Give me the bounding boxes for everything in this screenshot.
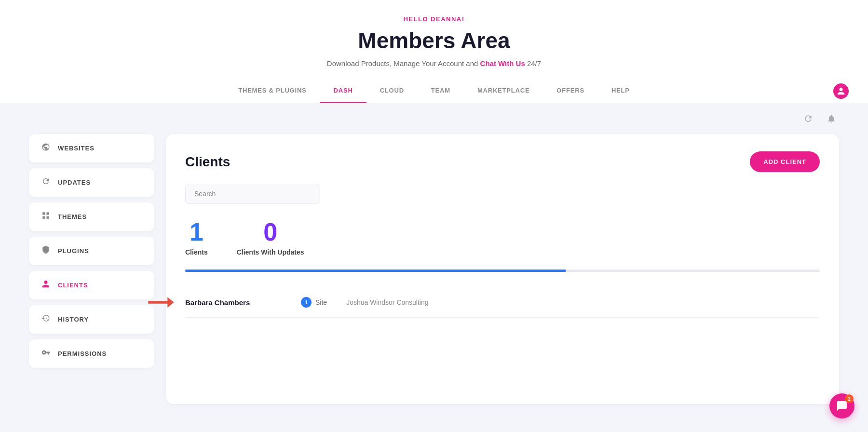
site-badge: 1 Site: [301, 297, 327, 308]
notifications-button[interactable]: [824, 111, 839, 126]
globe-icon: [41, 143, 51, 154]
sidebar-item-history-label: HISTORY: [58, 316, 89, 323]
nav-item-help[interactable]: HELP: [598, 79, 643, 103]
refresh-circle-icon: [41, 177, 51, 188]
history-icon: [41, 314, 51, 325]
nav-item-marketplace[interactable]: MARKETPLACE: [464, 79, 543, 103]
stats-row: 1 Clients 0 Clients With Updates: [185, 219, 820, 256]
site-label: Site: [315, 298, 327, 306]
nav-item-team[interactable]: TEAM: [418, 79, 464, 103]
action-bar: [0, 103, 868, 134]
sidebar: WEBSITES UPDATES THEMES PLUGINS CLIENTS: [29, 134, 154, 404]
chat-badge: 2: [845, 394, 854, 403]
sidebar-item-history[interactable]: HISTORY: [29, 305, 154, 334]
shield-icon: [41, 245, 51, 256]
main-layout: WEBSITES UPDATES THEMES PLUGINS CLIENTS: [0, 134, 868, 423]
person-sidebar-icon: [41, 280, 51, 291]
nav-item-offers[interactable]: OFFERS: [543, 79, 598, 103]
sidebar-item-plugins[interactable]: PLUGINS: [29, 237, 154, 265]
search-container: [185, 184, 820, 204]
subtitle-text-after: 24/7: [527, 59, 541, 68]
key-icon: [41, 348, 51, 359]
sidebar-item-updates-label: UPDATES: [58, 179, 91, 186]
clients-count: 1: [185, 219, 208, 244]
sidebar-item-updates[interactable]: UPDATES: [29, 168, 154, 197]
sidebar-item-plugins-label: PLUGINS: [58, 247, 89, 255]
subtitle-text-before: Download Products, Manage Your Account a…: [327, 59, 480, 68]
subtitle: Download Products, Manage Your Account a…: [0, 59, 868, 68]
sidebar-item-websites[interactable]: WEBSITES: [29, 134, 154, 162]
chat-with-us-link[interactable]: Chat With Us: [480, 59, 525, 68]
clients-stat: 1 Clients: [185, 219, 208, 256]
sidebar-item-clients-label: CLIENTS: [58, 282, 88, 289]
nav-item-dash[interactable]: DASH: [320, 79, 366, 103]
sidebar-item-themes[interactable]: THEMES: [29, 202, 154, 231]
sidebar-item-permissions-label: PERMISSIONS: [58, 350, 107, 357]
person-icon: [837, 87, 845, 95]
grid-icon: [41, 211, 51, 222]
nav-item-themes-plugins[interactable]: THEMES & PLUGINS: [225, 79, 320, 103]
sidebar-item-themes-label: THEMES: [58, 213, 87, 220]
progress-bar-fill: [185, 270, 566, 272]
clients-list: Barbara Chambers 1 Site Joshua Windsor C…: [185, 287, 820, 318]
page-title: Members Area: [0, 27, 868, 54]
main-nav: THEMES & PLUGINS DASH CLOUD TEAM MARKETP…: [0, 79, 868, 103]
user-avatar[interactable]: [833, 83, 849, 99]
sidebar-item-clients[interactable]: CLIENTS: [29, 271, 154, 299]
company-name: Joshua Windsor Consulting: [346, 298, 428, 306]
clients-title: Clients: [185, 154, 230, 170]
add-client-button[interactable]: ADD CLIENT: [750, 151, 820, 172]
arrow-indicator: [147, 295, 176, 310]
nav-item-cloud[interactable]: CLOUD: [366, 79, 418, 103]
hello-greeting: HELLO DEANNA!: [0, 15, 868, 23]
client-name: Barbara Chambers: [185, 298, 301, 307]
refresh-icon: [803, 114, 813, 123]
chat-bubble[interactable]: 2: [829, 393, 854, 418]
sidebar-item-permissions[interactable]: PERMISSIONS: [29, 339, 154, 368]
updates-label: Clients With Updates: [237, 248, 304, 256]
clients-header: Clients ADD CLIENT: [185, 151, 820, 172]
header: HELLO DEANNA! Members Area Download Prod…: [0, 0, 868, 103]
progress-bar-container: [185, 270, 820, 272]
refresh-button[interactable]: [800, 111, 816, 126]
site-count: 1: [301, 297, 312, 308]
bell-icon: [827, 114, 836, 123]
clients-label: Clients: [185, 248, 208, 256]
updates-count: 0: [237, 219, 304, 244]
clients-content: Clients ADD CLIENT 1 Clients 0 Clients W…: [166, 134, 839, 404]
search-input[interactable]: [185, 184, 320, 204]
sidebar-item-websites-label: WEBSITES: [58, 145, 95, 152]
nav-items: THEMES & PLUGINS DASH CLOUD TEAM MARKETP…: [225, 79, 643, 103]
table-row[interactable]: Barbara Chambers 1 Site Joshua Windsor C…: [185, 287, 820, 318]
updates-stat: 0 Clients With Updates: [237, 219, 304, 256]
